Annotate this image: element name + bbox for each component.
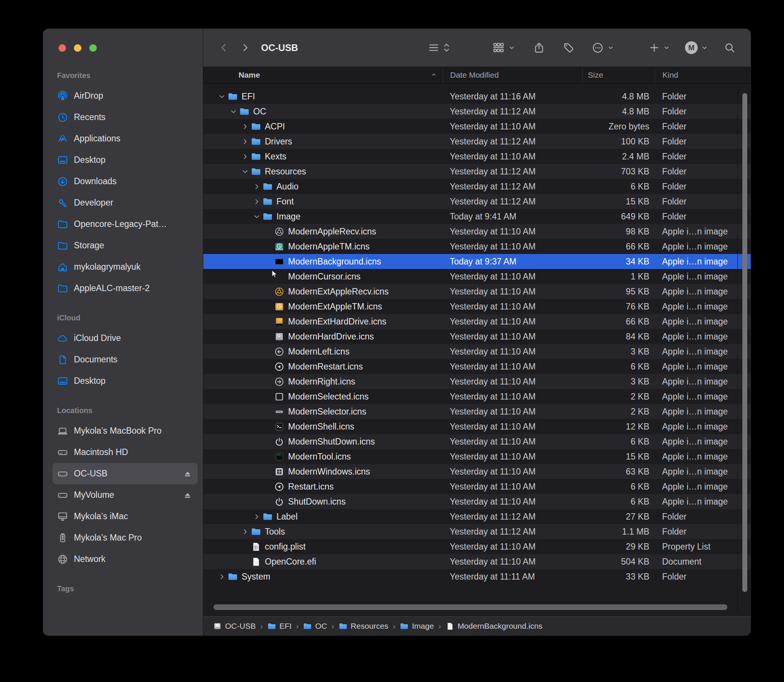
new-item-control[interactable] <box>649 42 670 53</box>
file-row-label[interactable]: LabelYesterday at 11:12 AM27 KBFolder <box>203 509 751 524</box>
sidebar-item-oc-usb[interactable]: OC-USB <box>53 463 198 484</box>
group-by-control[interactable] <box>492 41 515 54</box>
minimize-button[interactable] <box>74 44 81 52</box>
file-row-modernextharddrive-icns[interactable]: ModernExtHardDrive.icnsYesterday at 11:1… <box>203 314 751 329</box>
file-row-tools[interactable]: ToolsYesterday at 11:12 AM1.1 MBFolder <box>203 524 751 539</box>
path-item-oc-usb[interactable]: OC-USB <box>213 621 256 631</box>
disclosure-spacer <box>263 467 273 476</box>
file-row-modernshutdown-icns[interactable]: ModernShutDown.icnsYesterday at 11:10 AM… <box>203 434 751 449</box>
file-row-modernharddrive-icns[interactable]: ModernHardDrive.icnsYesterday at 11:10 A… <box>203 329 751 344</box>
path-item-oc[interactable]: OC <box>303 621 327 631</box>
forward-button[interactable] <box>240 41 250 54</box>
file-row-modernbackground-icns[interactable]: ModernBackground.icnsToday at 9:37 AM34 … <box>203 254 751 269</box>
view-control[interactable] <box>428 41 450 54</box>
disclosure-spacer <box>263 331 273 341</box>
vertical-scrollbar[interactable] <box>743 93 747 592</box>
disclosure-spacer <box>263 482 273 491</box>
file-row-moderntool-icns[interactable]: EXECModernTool.icnsYesterday at 11:10 AM… <box>203 449 751 464</box>
disclosure-triangle-icon[interactable] <box>252 512 261 521</box>
sidebar-item-mykola-s-macbook-pro[interactable]: Mykola’s MacBook Pro <box>53 420 198 441</box>
file-row-kexts[interactable]: KextsYesterday at 11:10 AM2.4 MBFolder <box>203 149 751 164</box>
sidebar-item-downloads[interactable]: Downloads <box>53 170 198 192</box>
file-row-system[interactable]: SystemYesterday at 11:11 AM33 KBFolder <box>203 569 751 584</box>
file-row-efi[interactable]: EFIYesterday at 11:16 AM4.8 MBFolder <box>203 89 751 104</box>
close-button[interactable] <box>59 44 66 52</box>
file-row-drivers[interactable]: DriversYesterday at 11:12 AM100 KBFolder <box>203 134 751 149</box>
disclosure-triangle-icon[interactable] <box>240 137 250 146</box>
file-row-moderncursor-icns[interactable]: ModernCursor.icnsYesterday at 11:10 AM1 … <box>203 269 751 284</box>
file-row-modernextapplerecv-icns[interactable]: ModernExtAppleRecv.icnsYesterday at 11:1… <box>203 284 751 299</box>
column-header-label: Date Modified <box>450 70 499 80</box>
file-size: 1.1 MB <box>622 527 649 537</box>
file-row-modernrestart-icns[interactable]: ModernRestart.icnsYesterday at 11:10 AM6… <box>203 359 751 374</box>
sidebar-item-storage[interactable]: Storage <box>53 235 198 256</box>
disclosure-triangle-icon[interactable] <box>228 107 238 116</box>
file-row-oc[interactable]: OCYesterday at 11:12 AM4.8 MBFolder <box>203 104 751 119</box>
file-row-resources[interactable]: ResourcesYesterday at 11:12 AM703 KBFold… <box>203 164 751 179</box>
file-row-image[interactable]: ImageToday at 9:41 AM649 KBFolder <box>203 209 751 224</box>
file-row-modernapplerecv-icns[interactable]: ModernAppleRecv.icnsYesterday at 11:10 A… <box>203 224 751 239</box>
sidebar-item-opencore-legacy-pat-[interactable]: Opencore-Legacy-Pat… <box>53 214 198 235</box>
file-row-acpi[interactable]: ACPIYesterday at 11:10 AMZero bytesFolde… <box>203 119 751 134</box>
disclosure-triangle-icon[interactable] <box>252 212 261 221</box>
disclosure-triangle-icon[interactable] <box>217 92 226 101</box>
path-item-modernbackground-icns[interactable]: ModernBackground.icns <box>446 621 542 631</box>
column-header-kind[interactable]: Kind <box>655 67 751 83</box>
file-row-font[interactable]: FontYesterday at 11:12 AM15 KBFolder <box>203 194 751 209</box>
tag-button[interactable] <box>562 41 574 54</box>
sidebar-item-developer[interactable]: Developer <box>53 192 198 214</box>
search-button[interactable] <box>723 41 736 54</box>
file-row-modernwindows-icns[interactable]: ModernWindows.icnsYesterday at 11:10 AM6… <box>203 464 751 479</box>
sidebar-item-mykola-s-mac-pro[interactable]: Mykola’s Mac Pro <box>53 527 198 548</box>
file-row-audio[interactable]: AudioYesterday at 11:12 AM6 KBFolder <box>203 179 751 194</box>
file-row-modernright-icns[interactable]: ModernRight.icnsYesterday at 11:10 AM3 K… <box>203 374 751 389</box>
file-row-modernextappletm-icns[interactable]: ModernExtAppleTM.icnsYesterday at 11:10 … <box>203 299 751 314</box>
sidebar-item-desktop[interactable]: Desktop <box>53 149 198 170</box>
disclosure-triangle-icon[interactable] <box>217 572 226 582</box>
toolbar: OC-USB M <box>203 29 751 67</box>
path-item-image[interactable]: Image <box>400 621 433 631</box>
file-row-modernselector-icns[interactable]: ModernSelector.icnsYesterday at 11:10 AM… <box>203 404 751 419</box>
file-row-config-plist[interactable]: config.plistYesterday at 11:10 AM29 KBPr… <box>203 539 751 554</box>
more-actions-control[interactable] <box>591 41 614 54</box>
sidebar-item-mykolagrymalyuk[interactable]: mykolagrymalyuk <box>53 256 198 277</box>
path-item-efi[interactable]: EFI <box>268 621 292 631</box>
file-row-modernshell-icns[interactable]: ModernShell.icnsYesterday at 11:10 AM12 … <box>203 419 751 434</box>
file-row-modernselected-icns[interactable]: ModernSelected.icnsYesterday at 11:10 AM… <box>203 389 751 404</box>
desktop-icon <box>57 155 68 166</box>
sidebar-item-myvolume[interactable]: MyVolume <box>53 484 198 506</box>
sidebar-item-applications[interactable]: Applications <box>53 128 198 149</box>
account-control[interactable]: M <box>685 41 708 54</box>
file-row-modernleft-icns[interactable]: ModernLeft.icnsYesterday at 11:10 AM3 KB… <box>203 344 751 359</box>
share-button[interactable] <box>533 41 545 54</box>
sidebar-item-desktop[interactable]: Desktop <box>53 370 198 392</box>
file-row-opencore-efi[interactable]: OpenCore.efiYesterday at 11:10 AM504 KBD… <box>203 554 751 569</box>
disclosure-triangle-icon[interactable] <box>252 182 261 191</box>
disclosure-triangle-icon[interactable] <box>240 121 250 131</box>
path-item-resources[interactable]: Resources <box>339 621 388 631</box>
sidebar-item-mykola-s-imac[interactable]: Mykola’s iMac <box>53 506 198 527</box>
file-row-shutdown-icns[interactable]: ShutDown.icnsYesterday at 11:10 AM6 KBAp… <box>203 494 751 509</box>
disclosure-triangle-icon[interactable] <box>240 527 250 537</box>
column-header-name[interactable]: Name <box>203 67 443 83</box>
column-header-date[interactable]: Date Modified <box>443 67 582 83</box>
sidebar-item-macintosh-hd[interactable]: Macintosh HD <box>53 441 198 463</box>
sidebar-item-network[interactable]: Network <box>53 548 198 570</box>
sidebar-item-recents[interactable]: Recents <box>53 107 198 128</box>
sidebar-item-icloud-drive[interactable]: iCloud Drive <box>53 328 198 349</box>
sidebar-item-airdrop[interactable]: AirDrop <box>53 85 198 107</box>
back-button[interactable] <box>219 41 229 54</box>
column-header-size[interactable]: Size <box>582 67 655 83</box>
sidebar-item-applealc-master-2[interactable]: AppleALC-master-2 <box>53 277 198 299</box>
disclosure-triangle-icon[interactable] <box>240 167 250 176</box>
eject-icon[interactable] <box>183 490 193 500</box>
zoom-button[interactable] <box>89 44 97 52</box>
horizontal-scrollbar[interactable] <box>214 604 727 610</box>
disclosure-triangle-icon[interactable] <box>252 197 261 206</box>
disclosure-triangle-icon[interactable] <box>240 151 250 161</box>
sidebar-item-documents[interactable]: Documents <box>53 349 198 370</box>
clock-icon <box>57 112 68 123</box>
eject-icon[interactable] <box>183 469 193 479</box>
file-row-restart-icns[interactable]: Restart.icnsYesterday at 11:10 AM6 KBApp… <box>203 479 751 494</box>
file-row-modernappletm-icns[interactable]: ModernAppleTM.icnsYesterday at 11:10 AM6… <box>203 239 751 254</box>
